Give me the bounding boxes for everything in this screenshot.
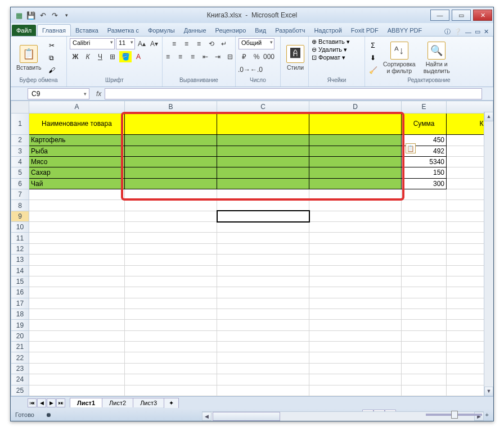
qat-more-icon[interactable]: ▾ — [61, 10, 71, 20]
cell[interactable] — [217, 276, 309, 287]
tab-foxit[interactable]: Foxit PDF — [346, 25, 383, 36]
merge-icon[interactable]: ⊟ — [224, 51, 236, 62]
row-header[interactable]: 20 — [11, 330, 29, 341]
cell[interactable] — [309, 146, 402, 156]
row-header[interactable]: 14 — [11, 265, 29, 276]
zoom-slider[interactable] — [426, 414, 482, 416]
tab-addins[interactable]: Надстрой — [309, 25, 346, 36]
cell[interactable] — [217, 320, 309, 330]
maximize-button[interactable]: ▭ — [452, 10, 471, 21]
format-cells-button[interactable]: ⊡ Формат ▾ — [312, 54, 345, 61]
cell[interactable] — [309, 330, 402, 341]
cell[interactable] — [309, 385, 402, 396]
font-name-select[interactable]: Calibri — [70, 38, 115, 49]
cell[interactable] — [125, 352, 217, 363]
cell[interactable] — [402, 320, 447, 330]
cell[interactable] — [29, 374, 125, 385]
cell[interactable] — [217, 352, 309, 363]
macro-record-icon[interactable]: ⏺ — [46, 411, 52, 418]
cell[interactable] — [125, 167, 217, 178]
copy-icon[interactable]: ⧉ — [47, 53, 57, 63]
doc-min-icon[interactable]: — — [465, 29, 471, 35]
row-header[interactable]: 5 — [11, 167, 29, 178]
cell[interactable] — [309, 167, 402, 178]
row-header[interactable]: 25 — [11, 385, 29, 396]
align-left-icon[interactable]: ≡ — [163, 51, 174, 62]
fx-icon[interactable]: fx — [96, 90, 101, 98]
cell[interactable] — [309, 298, 402, 308]
cell[interactable] — [402, 265, 447, 276]
cell[interactable] — [217, 156, 309, 167]
cell[interactable] — [29, 320, 125, 330]
cell[interactable] — [309, 287, 402, 298]
tab-review[interactable]: Рецензиро — [211, 25, 251, 36]
cell[interactable] — [402, 374, 447, 385]
select-all-corner[interactable] — [11, 101, 29, 114]
col-header-a[interactable]: A — [29, 101, 125, 114]
spreadsheet-grid[interactable]: A B C D E 1 Наименование товара Сумма Ко… — [11, 101, 493, 396]
number-format-select[interactable]: Общий — [238, 38, 274, 49]
cell[interactable] — [309, 265, 402, 276]
redo-icon[interactable]: ↷ — [50, 10, 60, 20]
save-icon[interactable]: 💾 — [26, 10, 36, 20]
font-color-button[interactable]: A — [133, 51, 144, 62]
cell[interactable] — [217, 374, 309, 385]
align-middle-icon[interactable]: ≡ — [181, 38, 192, 49]
sheet-nav-last-icon[interactable]: ⏭ — [56, 398, 65, 407]
fill-color-button[interactable]: 🪣 — [119, 51, 132, 62]
col-header-d[interactable]: D — [309, 101, 402, 114]
cell[interactable] — [217, 146, 309, 156]
help-icon[interactable]: ❔ — [454, 28, 462, 35]
row-header[interactable]: 8 — [11, 200, 29, 211]
cell[interactable] — [125, 113, 217, 135]
cell[interactable] — [402, 385, 447, 396]
tab-insert[interactable]: Вставка — [71, 25, 103, 36]
cell[interactable] — [29, 330, 125, 341]
tab-formulas[interactable]: Формулы — [143, 25, 179, 36]
cell[interactable] — [125, 156, 217, 167]
orientation-icon[interactable]: ⟲ — [206, 38, 217, 49]
col-header-f[interactable] — [447, 101, 493, 114]
doc-close-icon[interactable]: ✕ — [484, 28, 489, 35]
cell[interactable] — [125, 320, 217, 330]
row-header[interactable]: 2 — [11, 135, 29, 146]
close-button[interactable]: ✕ — [473, 10, 492, 21]
cell[interactable] — [29, 222, 125, 233]
format-painter-icon[interactable]: 🖌 — [47, 65, 57, 75]
percent-icon[interactable]: % — [251, 51, 262, 62]
cell[interactable] — [125, 374, 217, 385]
dec-decimal-icon[interactable]: ←.0 — [251, 64, 262, 75]
ribbon-minimize-icon[interactable]: ⓘ — [444, 28, 451, 36]
cell[interactable] — [309, 374, 402, 385]
sheet-tab-2[interactable]: Лист2 — [102, 398, 133, 407]
row-header[interactable]: 16 — [11, 287, 29, 298]
cell[interactable] — [29, 342, 125, 352]
cell[interactable] — [29, 255, 125, 265]
fill-icon[interactable]: ⬇ — [368, 53, 378, 63]
new-sheet-button[interactable]: ✦ — [164, 398, 179, 408]
sheet-tab-1[interactable]: Лист1 — [70, 398, 102, 407]
cell[interactable] — [217, 342, 309, 352]
cell[interactable] — [309, 243, 402, 254]
cell[interactable] — [309, 211, 402, 221]
cell[interactable] — [217, 385, 309, 396]
cell[interactable] — [217, 243, 309, 254]
cell[interactable] — [309, 342, 402, 352]
cell[interactable] — [217, 113, 309, 135]
row-header[interactable]: 7 — [11, 189, 29, 200]
cell[interactable] — [29, 243, 125, 254]
font-size-select[interactable]: 11 — [116, 38, 135, 49]
cell[interactable]: Сахар — [29, 167, 125, 178]
cell[interactable] — [217, 222, 309, 233]
cell[interactable] — [309, 352, 402, 363]
row-header[interactable]: 10 — [11, 222, 29, 233]
cell[interactable]: Сумма — [402, 113, 447, 135]
formula-input[interactable] — [105, 88, 482, 99]
border-button[interactable]: ⊞ — [107, 51, 118, 62]
scroll-left-icon[interactable]: ◀ — [202, 412, 212, 421]
cell[interactable]: 5340 — [402, 156, 447, 167]
cell[interactable] — [125, 178, 217, 189]
comma-icon[interactable]: 000 — [263, 51, 274, 62]
scroll-up-icon[interactable]: ▲ — [484, 112, 493, 121]
row-header[interactable]: 17 — [11, 298, 29, 308]
